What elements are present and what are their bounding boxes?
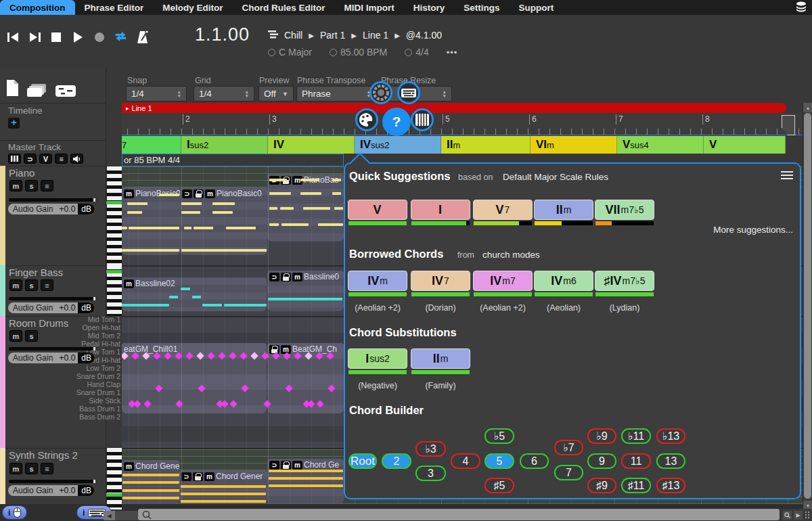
builder-s13-button[interactable]: ♯13: [656, 478, 685, 493]
spinner-icon[interactable]: ▲▼: [437, 90, 447, 97]
breadcrumb-part[interactable]: Part 1: [320, 30, 345, 41]
note[interactable]: [194, 227, 213, 229]
master-speaker-icon[interactable]: [70, 154, 83, 164]
note[interactable]: [332, 192, 341, 195]
breadcrumb-project[interactable]: Chill: [284, 30, 302, 41]
volume-slider[interactable]: [9, 347, 95, 350]
tab-midi-import[interactable]: MIDI Import: [335, 0, 404, 15]
note[interactable]: [122, 249, 179, 252]
note[interactable]: [122, 474, 179, 476]
solo-button[interactable]: s: [25, 180, 38, 191]
mute-button[interactable]: m: [9, 463, 22, 474]
master-meta-row[interactable]: or 85 BPM 4/4: [122, 154, 344, 166]
builder-s9-button[interactable]: ♯9: [587, 478, 616, 493]
suggestion-chord-button[interactable]: I: [411, 200, 470, 220]
palette-tool-button[interactable]: [355, 108, 378, 131]
mute-clip-icon[interactable]: m: [124, 462, 134, 471]
tab-melody-editor[interactable]: Melody Editor: [153, 0, 232, 15]
chord-block[interactable]: IIm: [441, 136, 531, 154]
note[interactable]: [269, 477, 343, 480]
clip-pianobasic-2[interactable]: ⊃mPianoBasic0: [180, 187, 267, 255]
audio-gain-slider[interactable]: Audio Gain+0.0dB: [8, 302, 95, 313]
note[interactable]: [269, 207, 277, 210]
horizontal-scroll-thumb[interactable]: [138, 509, 780, 520]
builder-11-button[interactable]: 11: [621, 453, 651, 469]
breadcrumb-line[interactable]: Line 1: [363, 30, 388, 41]
note[interactable]: [212, 202, 235, 205]
note[interactable]: [269, 470, 343, 472]
builder-6-button[interactable]: 6: [520, 453, 549, 469]
note[interactable]: [300, 192, 321, 195]
note[interactable]: [181, 249, 267, 252]
note[interactable]: [269, 179, 287, 181]
note[interactable]: [332, 179, 341, 181]
mute-clip-icon[interactable]: m: [124, 189, 134, 198]
mute-clip-icon[interactable]: m: [205, 189, 215, 198]
zoom-tool-button[interactable]: [783, 511, 792, 520]
stop-button[interactable]: [49, 30, 64, 45]
timeline-ruler[interactable]: 2 3 4 5 6 7 8: [122, 113, 803, 135]
builder-root-button[interactable]: Root: [348, 453, 377, 469]
note[interactable]: [127, 211, 142, 214]
grid-dropdown[interactable]: 1/4▲▼: [194, 86, 254, 101]
database-stack-icon[interactable]: [794, 1, 808, 16]
record-button[interactable]: [92, 30, 107, 45]
track-name-room-drums[interactable]: Room Drums: [9, 317, 68, 329]
tab-composition[interactable]: Composition: [0, 0, 75, 15]
track-menu-icon[interactable]: ≡: [41, 279, 53, 291]
note[interactable]: [122, 489, 179, 492]
substitution-chord-button[interactable]: IIm: [411, 348, 470, 369]
note[interactable]: [300, 179, 319, 181]
suggestion-chord-button[interactable]: IIm: [534, 200, 593, 220]
note[interactable]: [334, 207, 343, 210]
volume-slider[interactable]: [9, 480, 95, 483]
phrase-transpose-dropdown[interactable]: Phrase▲▼: [296, 86, 376, 101]
note[interactable]: [224, 304, 267, 307]
builder-5-button[interactable]: 5: [484, 453, 514, 469]
new-file-icon[interactable]: [6, 79, 19, 99]
builder-13-button[interactable]: 13: [656, 453, 685, 469]
note[interactable]: [192, 296, 201, 298]
track-name-finger-bass[interactable]: Finger Bass: [9, 267, 63, 278]
breadcrumb-position[interactable]: @4.1.00: [406, 30, 442, 41]
track-name-piano[interactable]: Piano: [9, 167, 35, 179]
note[interactable]: [318, 223, 343, 226]
more-options-button[interactable]: •••: [447, 47, 458, 58]
playhead-position[interactable]: 1.1.00: [195, 24, 250, 45]
builder-7-button[interactable]: 7: [554, 465, 583, 480]
key-signature-control[interactable]: C Major: [268, 47, 312, 58]
solo-button[interactable]: s: [25, 463, 38, 474]
mute-clip-icon[interactable]: m: [292, 273, 302, 281]
builder-2-button[interactable]: 2: [382, 453, 411, 469]
note[interactable]: [169, 296, 178, 298]
mute-clip-icon[interactable]: m: [292, 461, 302, 470]
solo-button[interactable]: s: [25, 330, 38, 342]
builder-3-button[interactable]: 3: [415, 466, 446, 481]
track-menu-icon[interactable]: ≡: [41, 180, 53, 191]
loop-button[interactable]: [114, 30, 129, 45]
keyboard-tool-button[interactable]: [397, 81, 420, 104]
add-timeline-button[interactable]: +: [8, 118, 20, 129]
builder-b9-button[interactable]: ♭9: [587, 428, 616, 444]
versions-stack-icon[interactable]: [27, 84, 47, 99]
knob-tool-button[interactable]: [369, 81, 392, 104]
more-suggestions-link[interactable]: More suggestions...: [713, 225, 793, 235]
vertical-scroll-thumb[interactable]: [804, 113, 811, 499]
vertical-scrollbar[interactable]: ▲ ▼: [803, 103, 812, 510]
help-button[interactable]: ?: [382, 108, 411, 136]
note[interactable]: [269, 192, 291, 195]
note[interactable]: [202, 304, 222, 307]
borrowed-chord-button[interactable]: IVm7: [473, 271, 533, 291]
note[interactable]: [127, 202, 148, 205]
master-velocity-button[interactable]: V: [39, 154, 52, 164]
note[interactable]: [181, 493, 266, 495]
builder-b11-button[interactable]: ♭11: [621, 428, 651, 444]
builder-4-button[interactable]: 4: [451, 453, 480, 469]
note[interactable]: [181, 211, 200, 214]
suggestion-chord-button[interactable]: V: [348, 200, 407, 220]
clip-bassline-2[interactable]: ⊃mBassline0: [267, 271, 344, 311]
note[interactable]: [159, 194, 179, 196]
substitution-chord-button[interactable]: Isus2: [348, 348, 407, 369]
lock-icon[interactable]: [194, 189, 204, 198]
builder-b3-button[interactable]: ♭3: [415, 441, 446, 457]
